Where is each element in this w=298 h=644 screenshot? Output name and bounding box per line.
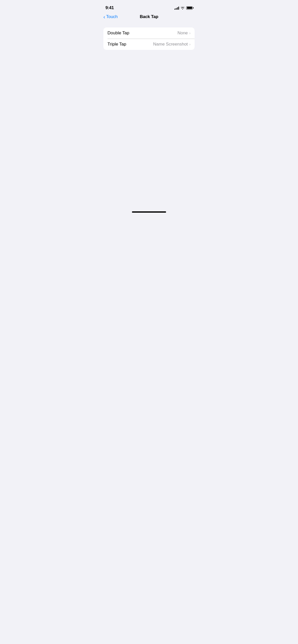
wifi-icon: [181, 6, 185, 9]
back-button[interactable]: ‹ Touch: [103, 14, 118, 19]
signal-icon: [174, 6, 179, 10]
triple-tap-row[interactable]: Triple Tap Name Screenshot ›: [103, 39, 195, 50]
back-chevron-icon: ‹: [103, 14, 105, 19]
settings-list: Double Tap None › Triple Tap Name Screen…: [103, 27, 195, 50]
status-bar: 9:41: [99, 0, 199, 12]
triple-tap-label: Triple Tap: [107, 42, 126, 47]
double-tap-label: Double Tap: [107, 31, 129, 36]
status-time: 9:41: [105, 5, 114, 10]
double-tap-value: None: [178, 31, 188, 36]
triple-tap-value: Name Screenshot: [153, 42, 188, 47]
double-tap-chevron-icon: ›: [189, 31, 191, 35]
page-title: Back Tap: [140, 14, 158, 19]
triple-tap-right: Name Screenshot ›: [153, 42, 191, 47]
home-indicator: [132, 211, 166, 213]
double-tap-row[interactable]: Double Tap None ›: [103, 27, 195, 39]
status-icons: [174, 6, 193, 10]
back-label: Touch: [106, 14, 118, 19]
triple-tap-chevron-icon: ›: [189, 42, 191, 46]
double-tap-right: None ›: [178, 31, 191, 36]
battery-icon: [186, 6, 193, 10]
nav-bar: ‹ Touch Back Tap: [99, 12, 199, 23]
